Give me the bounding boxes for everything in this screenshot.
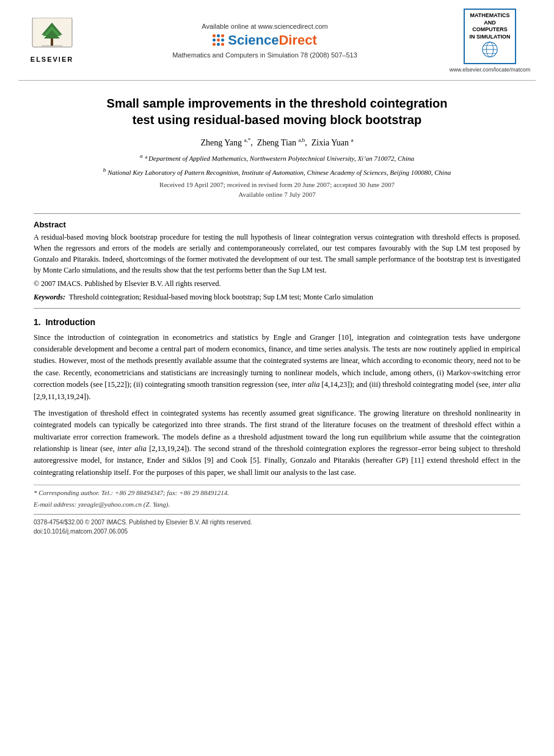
intro-paragraph-2: The investigation of threshold effect in… [34, 408, 520, 479]
sd-dot-3 [221, 34, 224, 37]
elsevier-logo-section: ELSEVIER [18, 18, 86, 63]
corresponding-footnote: * Corresponding author. Tel.: +86 29 884… [34, 488, 520, 498]
sd-dot-5 [217, 39, 220, 42]
page-footer: 0378-4754/$32.00 © 2007 IMACS. Published… [34, 514, 520, 536]
journal-logo-section: MathematicsANDComputersIN SIMULATION www… [444, 9, 536, 73]
affiliation-b: b National Key Laboratory of Pattern Rec… [34, 166, 520, 177]
sup-star: * [248, 137, 251, 143]
received-dates: Received 19 April 2007; received in revi… [34, 180, 520, 200]
sd-dots-icon [213, 34, 224, 46]
footnote-divider [34, 485, 520, 485]
journal-citation: Mathematics and Computers in Simulation … [172, 51, 357, 59]
intro-paragraph-1: Since the introduction of cointegration … [34, 332, 520, 403]
journal-title-box: MathematicsANDComputersIN SIMULATION [470, 12, 511, 41]
keywords-line: Keywords: Threshold cointegration; Resid… [34, 293, 520, 302]
sd-dot-2 [217, 34, 220, 37]
elsevier-tree-icon [29, 18, 75, 54]
authors-line: Zheng Yang a,*, Zheng Tian a,b, Zixia Yu… [34, 137, 520, 148]
keywords-text: Threshold cointegration; Residual-based … [69, 293, 373, 301]
section-1-header: 1. Introduction [34, 317, 520, 327]
footer-issn: 0378-4754/$32.00 © 2007 IMACS. Published… [34, 518, 520, 527]
abstract-section: Abstract A residual-based moving block b… [34, 220, 520, 302]
elsevier-logo: ELSEVIER [18, 18, 86, 63]
journal-url: www.elsevier.com/locate/matcom [450, 67, 531, 73]
globe-icon [481, 41, 498, 58]
header: ELSEVIER Available online at www.science… [0, 0, 554, 78]
sciencedirect-name: ScienceDirect [228, 32, 317, 48]
sup-a2: a [351, 137, 354, 143]
sciencedirect-section: Available online at www.sciencedirect.co… [86, 23, 444, 59]
section-introduction: 1. Introduction Since the introduction o… [34, 317, 520, 479]
sd-dot-9 [221, 43, 224, 46]
sup-ab: a,b [299, 137, 305, 143]
sd-dot-4 [213, 39, 216, 42]
svg-rect-2 [51, 37, 53, 46]
sd-dot-8 [217, 43, 220, 46]
title-section: Small sample improvements in the thresho… [34, 83, 520, 207]
abstract-body: A residual-based moving block bootstrap … [34, 232, 520, 276]
abstract-top-divider [34, 213, 520, 214]
section-divider [34, 308, 520, 309]
sciencedirect-logo: ScienceDirect [213, 32, 317, 48]
paper-title: Small sample improvements in the thresho… [34, 95, 520, 128]
main-content: Small sample improvements in the thresho… [0, 83, 554, 536]
email-footnote: E-mail address: yzeagle@yahoo.com.cn (Z.… [34, 499, 520, 510]
abstract-heading: Abstract [34, 220, 520, 229]
elsevier-wordmark: ELSEVIER [31, 56, 73, 63]
page: ELSEVIER Available online at www.science… [0, 0, 554, 756]
sd-dot-1 [213, 34, 216, 37]
journal-logo-box: MathematicsANDComputersIN SIMULATION [464, 9, 517, 64]
header-divider [18, 80, 536, 81]
keywords-label: Keywords: [34, 293, 65, 301]
footer-doi: doi:10.1016/j.matcom.2007.06.005 [34, 527, 520, 536]
available-online-text: Available online at www.sciencedirect.co… [202, 23, 327, 30]
affiliation-a: a ᵃ Department of Applied Mathematics, N… [34, 152, 520, 163]
copyright-line: © 2007 IMACS. Published by Elsevier B.V.… [34, 278, 520, 289]
sd-dot-6 [221, 39, 224, 42]
sd-dot-7 [213, 43, 216, 46]
